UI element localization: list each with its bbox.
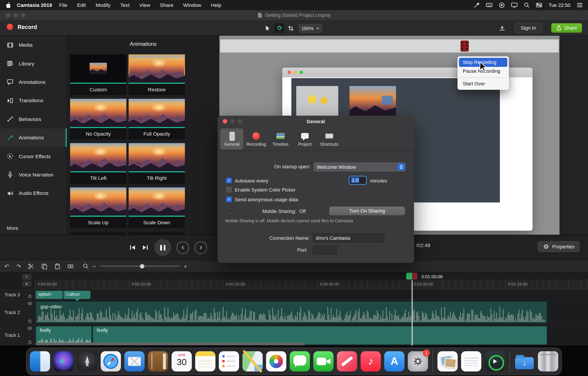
keyboard-icon[interactable] <box>486 2 492 8</box>
clip-callout[interactable]: Callout <box>63 291 90 299</box>
sign-in-button[interactable]: Sign In <box>514 23 542 33</box>
sidebar-item-audio-effects[interactable]: Audio Effects <box>0 184 67 203</box>
startup-select[interactable]: Welcome Window <box>314 162 406 172</box>
dialog-zoom-button[interactable] <box>238 119 242 123</box>
menu-view[interactable]: View <box>139 2 150 8</box>
next-frame-button[interactable] <box>142 244 149 251</box>
sidebar-item-cursor-effects[interactable]: Cursor Effects <box>0 147 67 166</box>
animation-card-scale-up[interactable]: Scale Up <box>70 187 126 228</box>
usage-data-checkbox[interactable] <box>226 196 232 202</box>
animation-card-no-opacity[interactable]: No Opacity <box>70 99 126 139</box>
dock-pictures-icon[interactable] <box>437 351 458 372</box>
menu-help[interactable]: Help <box>211 2 221 8</box>
sidebar-item-media[interactable]: Media <box>0 36 67 54</box>
animation-card[interactable] <box>128 232 185 235</box>
pointer-tool-button[interactable] <box>262 23 273 33</box>
autosave-checkbox[interactable] <box>226 177 232 183</box>
window-minimize-button[interactable] <box>13 13 18 17</box>
port-field[interactable] <box>313 246 337 254</box>
share-button[interactable]: Share <box>551 23 582 33</box>
dock-camtasia-icon[interactable] <box>485 351 505 372</box>
notification-center-icon[interactable] <box>577 3 583 8</box>
dialog-close-button[interactable] <box>223 119 227 123</box>
dock-textedit-icon[interactable] <box>461 351 481 372</box>
dock-maps-icon[interactable] <box>242 351 263 372</box>
animation-card[interactable] <box>70 232 126 235</box>
dock-siri-icon[interactable] <box>53 351 74 372</box>
apple-menu-icon[interactable] <box>5 2 11 8</box>
dock-system-preferences-icon[interactable]: 1 <box>408 351 428 372</box>
display-icon[interactable] <box>511 2 517 8</box>
autosave-minutes-field[interactable]: 1.0 <box>349 176 367 185</box>
menu-window[interactable]: Window <box>183 2 201 8</box>
timeline-ruler[interactable]: 0:00:00;00 0:00:15;00 0:00:30;00 0:00:45… <box>35 280 588 289</box>
tab-project[interactable]: Project <box>293 128 316 149</box>
next-clip-button[interactable]: › <box>195 241 207 254</box>
animation-card-tilt-left[interactable]: Tilt Left <box>70 143 126 184</box>
dock-facetime-icon[interactable] <box>313 351 334 372</box>
menu-item-start-over[interactable]: Start Over <box>459 79 507 88</box>
menu-edit[interactable]: Edit <box>77 2 86 8</box>
animation-card-tilt-right[interactable]: Tilt Right <box>128 143 185 184</box>
tab-timeline[interactable]: Timeline <box>269 128 292 149</box>
cut-button[interactable] <box>28 263 34 269</box>
timeline-horizontal-scrollbar[interactable] <box>36 343 305 345</box>
undo-button[interactable]: ↶ <box>4 263 9 270</box>
wand-icon[interactable] <box>473 2 480 8</box>
playhead[interactable] <box>412 280 412 346</box>
menu-clock[interactable]: Tue 22:50 <box>549 2 571 8</box>
clip-firefly-1[interactable]: firefly <box>36 326 92 345</box>
dock-reminders-icon[interactable] <box>219 351 239 372</box>
tab-recording[interactable]: Recording <box>244 128 268 149</box>
dock-messages-icon[interactable] <box>290 351 310 372</box>
zoom-in-button[interactable]: + <box>184 263 187 269</box>
sidebar-item-transitions[interactable]: Transitions <box>0 91 67 110</box>
properties-button[interactable]: Properties <box>538 241 580 252</box>
animation-card-full-opacity[interactable]: Full Opacity <box>128 99 185 139</box>
dock-notes-icon[interactable] <box>195 351 216 372</box>
pause-button[interactable] <box>154 239 171 256</box>
animation-card-restore[interactable]: Restore <box>128 55 185 95</box>
dock-launchpad-icon[interactable] <box>77 351 97 372</box>
playhead-in-handle[interactable] <box>406 273 412 280</box>
paste-button[interactable] <box>54 263 60 269</box>
sidebar-item-annotations[interactable]: Annotations <box>0 73 67 91</box>
dock-calendar-icon[interactable]: APR 30 <box>172 351 192 372</box>
tab-shortcuts[interactable]: Shortcuts <box>318 128 341 149</box>
color-picker-checkbox[interactable] <box>226 187 232 192</box>
redo-button[interactable]: ↷ <box>16 263 21 270</box>
lock-icon[interactable] <box>28 340 32 344</box>
split-button[interactable] <box>68 263 74 269</box>
lock-icon[interactable] <box>28 319 32 323</box>
menu-modify[interactable]: Modify <box>96 2 111 8</box>
record-button[interactable]: Record <box>7 24 37 30</box>
sidebar-item-library[interactable]: Library <box>0 54 67 73</box>
hand-tool-button[interactable] <box>274 23 284 33</box>
dock-downloads-icon[interactable]: ↓ <box>514 351 535 372</box>
timeline-zoom-slider[interactable] <box>100 266 179 267</box>
dock-contacts-icon[interactable] <box>148 351 168 372</box>
zoom-out-button[interactable]: − <box>93 263 96 269</box>
dock-safari-icon[interactable] <box>101 351 121 372</box>
sidebar-item-animations[interactable]: Animations <box>0 129 67 147</box>
crop-tool-button[interactable] <box>286 23 296 33</box>
dock-music-icon[interactable]: ♪ <box>360 351 381 372</box>
previous-frame-button[interactable] <box>129 244 136 251</box>
dock-mail-icon[interactable] <box>124 351 145 372</box>
previous-clip-button[interactable]: ‹ <box>177 241 189 254</box>
menu-file[interactable]: File <box>59 2 67 8</box>
dialog-minimize-button[interactable] <box>230 119 235 123</box>
sidebar-item-voice-narration[interactable]: Voice Narration <box>0 166 67 184</box>
menu-text[interactable]: Text <box>120 2 129 8</box>
export-download-button[interactable] <box>499 25 506 31</box>
app-menu-title[interactable]: Camtasia 2019 <box>17 2 52 8</box>
animation-card-custom[interactable]: Custom <box>70 55 126 95</box>
dock-news-icon[interactable] <box>337 351 357 372</box>
window-zoom-button[interactable] <box>21 13 25 17</box>
playhead-out-handle[interactable] <box>412 273 418 280</box>
animation-card-scale-down[interactable]: Scale Down <box>128 187 185 228</box>
window-close-button[interactable] <box>6 13 10 17</box>
copy-button[interactable] <box>41 263 47 269</box>
sidebar-item-behaviors[interactable]: Behaviors <box>0 110 67 129</box>
track-add-button[interactable]: + <box>22 274 31 280</box>
